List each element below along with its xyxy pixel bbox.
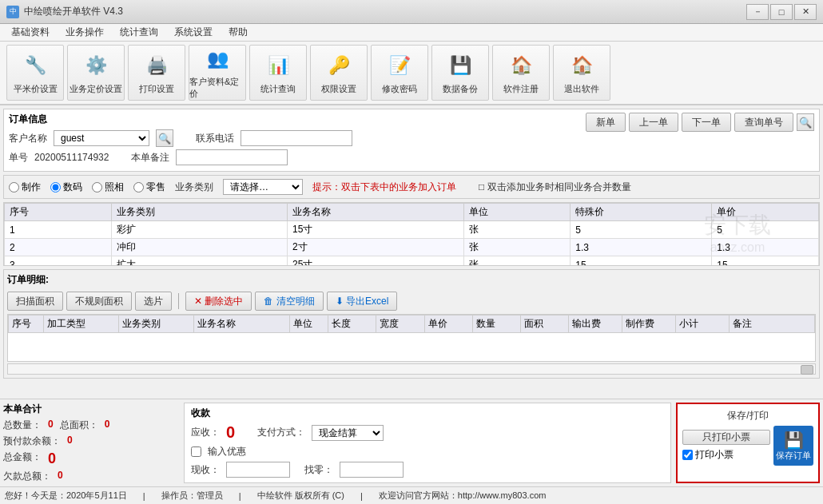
radio-lingshou-input[interactable] bbox=[133, 182, 144, 192]
tool-shuju[interactable]: 💾 数据备份 bbox=[431, 45, 489, 101]
change-label: 找零： bbox=[304, 463, 333, 477]
menu-tongji[interactable]: 统计查询 bbox=[112, 24, 166, 42]
customer-row: 客户名称 guest 🔍 联系电话 bbox=[9, 129, 352, 147]
query-search-icon[interactable]: 🔍 bbox=[797, 113, 814, 131]
payment-method-select[interactable]: 现金结算 bbox=[312, 425, 384, 441]
xiugai-icon: 📝 bbox=[385, 51, 414, 80]
tool-yewu[interactable]: ⚙️ 业务定价设置 bbox=[67, 45, 125, 101]
menu-bangzhu[interactable]: 帮助 bbox=[221, 24, 256, 42]
service-table-row[interactable]: 1 彩扩 15寸 张 5 5 bbox=[5, 221, 819, 239]
save-order-button[interactable]: 💾 保存订单 bbox=[773, 426, 813, 466]
detail-scrollbar[interactable] bbox=[7, 363, 816, 375]
cell-name: 25寸 bbox=[288, 256, 463, 267]
receivable-label: 应收： bbox=[191, 426, 220, 439]
shuju-icon: 💾 bbox=[446, 51, 475, 80]
cell-special: 1.3 bbox=[571, 239, 712, 256]
scan-area-button[interactable]: 扫描面积 bbox=[7, 292, 63, 311]
select-film-button[interactable]: 选片 bbox=[135, 292, 172, 311]
total-qty-value: 0 bbox=[48, 419, 54, 432]
payment-method-label: 支付方式： bbox=[257, 426, 305, 439]
radio-shuma-input[interactable] bbox=[50, 182, 61, 192]
status-copyright: 中绘软件 版权所有 (C) bbox=[257, 490, 344, 502]
menu-xitong[interactable]: 系统设置 bbox=[166, 24, 221, 42]
maximize-button[interactable]: □ bbox=[770, 4, 793, 20]
radio-zhaoxiang[interactable]: 照相 bbox=[92, 181, 124, 194]
tool-dayin[interactable]: 🖨️ 打印设置 bbox=[128, 45, 185, 101]
kehu-icon: 👥 bbox=[203, 46, 232, 73]
tool-kehu[interactable]: 👥 客户资料&定价 bbox=[189, 45, 246, 101]
actual-change-row: 现收： 找零： bbox=[191, 462, 664, 478]
radio-shuma[interactable]: 数码 bbox=[50, 181, 82, 194]
order-no-row: 单号 20200511174932 本单备注 bbox=[9, 149, 352, 165]
dcol-subtotal: 小计 bbox=[676, 315, 730, 333]
tuichu-icon: 🏠 bbox=[567, 51, 596, 80]
remark-input[interactable] bbox=[176, 149, 288, 165]
tool-kehu-label: 客户资料&定价 bbox=[189, 76, 245, 100]
print-only-button[interactable]: 只打印小票 bbox=[682, 430, 770, 445]
prev-order-button[interactable]: 上一单 bbox=[629, 113, 678, 132]
deposit-row: 预付款余额： 0 bbox=[3, 435, 179, 448]
detail-table: 序号 加工类型 业务类别 业务名称 单位 长度 宽度 单价 数量 面积 输出费 … bbox=[8, 315, 815, 333]
cell-seq: 3 bbox=[5, 256, 112, 267]
radio-zhizuo[interactable]: 制作 bbox=[9, 181, 41, 194]
cell-unit: 张 bbox=[463, 239, 571, 256]
tool-quanxian[interactable]: 🔑 权限设置 bbox=[310, 45, 368, 101]
total-qty-label: 总数量： bbox=[3, 419, 42, 432]
title-bar-left: 中 中绘喷绘开单软件 V4.3 bbox=[6, 5, 123, 18]
service-type-select[interactable]: 请选择… bbox=[223, 179, 303, 195]
status-operator: 操作员：管理员 bbox=[161, 490, 223, 502]
tool-tuichu-label: 退出软件 bbox=[564, 83, 599, 95]
tool-xiugai[interactable]: 📝 修改密码 bbox=[371, 45, 428, 101]
discount-checkbox[interactable] bbox=[191, 446, 201, 457]
scrollbar-thumb[interactable] bbox=[801, 365, 813, 375]
customer-select[interactable]: guest bbox=[54, 130, 149, 146]
phone-input[interactable] bbox=[241, 130, 352, 146]
export-button[interactable]: ⬇ 导出Excel bbox=[327, 292, 398, 311]
query-order-button[interactable]: 查询单号 bbox=[734, 113, 793, 132]
radio-zhizuo-input[interactable] bbox=[9, 182, 19, 192]
close-button[interactable]: ✕ bbox=[794, 4, 817, 20]
tool-tuichu[interactable]: 🏠 退出软件 bbox=[553, 45, 610, 101]
menu-yewu[interactable]: 业务操作 bbox=[58, 24, 112, 42]
hint-text: 提示：双击下表中的业务加入订单 bbox=[312, 181, 456, 194]
app-icon: 中 bbox=[6, 6, 19, 18]
service-table-row[interactable]: 2 冲印 2寸 张 1.3 1.3 bbox=[5, 239, 819, 256]
customer-search-button[interactable]: 🔍 bbox=[156, 129, 173, 147]
tool-shuju-label: 数据备份 bbox=[443, 83, 478, 95]
summary-title: 本单合计 bbox=[3, 403, 179, 416]
status-separator1: | bbox=[143, 491, 145, 501]
quanxian-icon: 🔑 bbox=[324, 51, 353, 80]
irregular-button[interactable]: 不规则面积 bbox=[66, 292, 132, 311]
total-debt-row: 总金额： 0 bbox=[3, 450, 179, 467]
order-action-buttons: 新单 上一单 下一单 查询单号 🔍 bbox=[586, 113, 814, 132]
dcol-output: 输出费 bbox=[569, 315, 622, 333]
status-separator2: | bbox=[239, 491, 241, 501]
tool-tongji[interactable]: 📊 统计查询 bbox=[249, 45, 307, 101]
radio-group-bar: 制作 数码 照相 零售 业务类别 请选择… 提示：双击下表中的业务加入订单 □ … bbox=[3, 175, 820, 199]
delete-button[interactable]: ✕ 删除选中 bbox=[185, 292, 252, 311]
toolbar: 🔧 平米价设置 ⚙️ 业务定价设置 🖨️ 打印设置 👥 客户资料&定价 📊 统计… bbox=[0, 42, 823, 105]
detail-section: 订单明细: 扫描面积 不规则面积 选片 ✕ 删除选中 🗑 清空明细 ⬇ 导出Ex… bbox=[3, 269, 820, 379]
print-checkbox[interactable] bbox=[682, 450, 693, 460]
service-table-row[interactable]: 3 扩大 25寸 张 15 15 bbox=[5, 256, 819, 267]
tool-zhuce[interactable]: 🏠 软件注册 bbox=[492, 45, 550, 101]
service-type-label: 业务类别 bbox=[175, 181, 213, 194]
new-order-button[interactable]: 新单 bbox=[586, 113, 626, 132]
radio-zhaoxiang-input[interactable] bbox=[92, 182, 102, 192]
bottom-area: 本单合计 总数量： 0 总面积： 0 预付款余额： 0 总金额： 0 欠款总额：… bbox=[0, 399, 823, 486]
tool-pingjia[interactable]: 🔧 平米价设置 bbox=[6, 45, 64, 101]
menu-jichu[interactable]: 基础资料 bbox=[3, 24, 58, 42]
cell-unit: 张 bbox=[463, 256, 571, 267]
clear-button[interactable]: 🗑 清空明细 bbox=[255, 292, 323, 311]
change-input[interactable] bbox=[340, 462, 404, 478]
radio-lingshou[interactable]: 零售 bbox=[133, 181, 165, 194]
discount-row: 输入优惠 bbox=[191, 445, 664, 458]
actual-input[interactable] bbox=[226, 462, 290, 478]
next-order-button[interactable]: 下一单 bbox=[682, 113, 731, 132]
cell-unit: 张 bbox=[463, 221, 571, 239]
dcol-process: 加工类型 bbox=[44, 315, 119, 333]
dcol-qty: 数量 bbox=[472, 315, 520, 333]
minimize-button[interactable]: － bbox=[746, 4, 769, 20]
cell-price: 15 bbox=[712, 256, 819, 267]
cell-category: 冲印 bbox=[111, 239, 287, 256]
